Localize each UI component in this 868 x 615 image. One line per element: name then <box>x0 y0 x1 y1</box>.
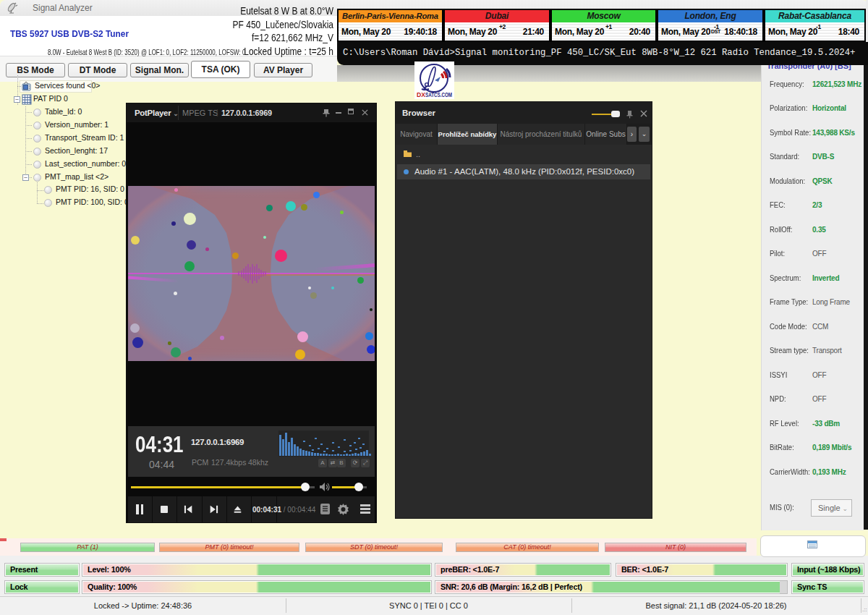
svg-text:DX: DX <box>417 91 425 98</box>
svg-text:SATCS.COM: SATCS.COM <box>425 91 452 98</box>
